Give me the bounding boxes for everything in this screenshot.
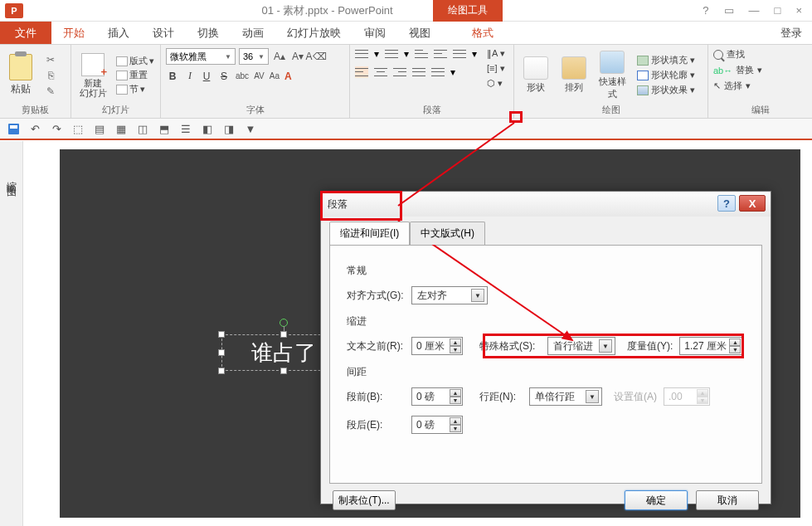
qat-icon[interactable]: ⬚ <box>71 122 85 135</box>
spin-down-icon[interactable]: ▼ <box>450 397 461 404</box>
tab-home[interactable]: 开始 <box>51 22 96 44</box>
resize-handle[interactable] <box>218 368 225 374</box>
qat-icon[interactable]: ⬒ <box>158 122 171 135</box>
shape-effects-button[interactable]: 形状效果 ▾ <box>637 84 695 96</box>
shape-fill-button[interactable]: 形状填充 ▾ <box>637 54 695 66</box>
tab-indent-spacing[interactable]: 缩进和间距(I) <box>329 222 410 245</box>
qat-icon[interactable]: ☰ <box>179 122 192 135</box>
change-case-button[interactable]: Aa <box>270 71 280 80</box>
resize-handle[interactable] <box>280 331 287 338</box>
special-combo[interactable]: 首行缩进▼ <box>547 337 615 355</box>
qat-icon[interactable]: ▦ <box>114 122 128 135</box>
save-button[interactable] <box>7 122 20 135</box>
find-button[interactable]: 查找 <box>713 48 745 61</box>
font-size-combo[interactable]: 36▼ <box>239 48 269 65</box>
tab-file[interactable]: 文件 <box>0 22 51 44</box>
qat-icon[interactable]: ▤ <box>93 122 106 135</box>
line-spacing-combo[interactable]: 单倍行距▼ <box>529 387 602 406</box>
resize-handle[interactable] <box>280 368 287 374</box>
align-text-button[interactable]: [≡] ▾ <box>487 63 505 74</box>
align-right-icon[interactable] <box>393 66 406 78</box>
columns-icon[interactable] <box>431 66 445 78</box>
resize-handle[interactable] <box>218 331 225 338</box>
copy-icon[interactable]: ⎘ <box>43 69 58 82</box>
underline-button[interactable]: U <box>201 71 212 82</box>
decrease-indent-icon[interactable] <box>415 48 428 60</box>
bullets-icon[interactable] <box>355 48 368 60</box>
strikethrough-button[interactable]: abc <box>236 71 249 80</box>
text-before-input[interactable]: 0 厘米▲▼ <box>411 337 463 355</box>
alignment-combo[interactable]: 左对齐▼ <box>411 286 488 304</box>
spin-up-icon[interactable]: ▲ <box>450 338 461 346</box>
tab-animations[interactable]: 动画 <box>231 22 275 44</box>
new-slide-button[interactable]: 新建 幻灯片 <box>76 53 109 98</box>
convert-smartart-button[interactable]: ⬡ ▾ <box>487 78 505 89</box>
align-center-icon[interactable] <box>374 66 387 78</box>
arrange-button[interactable]: 排列 <box>557 56 591 94</box>
section-button[interactable]: 节 ▾ <box>116 83 154 95</box>
decrease-font-icon[interactable]: A▾ <box>290 48 305 65</box>
close-button[interactable]: X <box>739 195 766 212</box>
paste-button[interactable]: 粘贴 <box>5 54 36 96</box>
maximize-icon[interactable]: □ <box>775 4 781 17</box>
cancel-button[interactable]: 取消 <box>696 490 759 510</box>
redo-button[interactable]: ↷ <box>50 122 63 135</box>
text-direction-button[interactable]: ‖A ▾ <box>487 48 505 59</box>
bold-button[interactable]: B <box>166 71 179 82</box>
shapes-button[interactable]: 形状 <box>519 56 552 94</box>
spin-up-icon[interactable]: ▲ <box>729 338 741 346</box>
ok-button[interactable]: 确定 <box>625 490 688 510</box>
font-name-combo[interactable]: 微软雅黑▼ <box>166 48 236 65</box>
qat-icon[interactable]: ◧ <box>201 122 214 135</box>
increase-indent-icon[interactable] <box>434 48 447 60</box>
tab-review[interactable]: 审阅 <box>353 22 397 44</box>
tab-insert[interactable]: 插入 <box>96 22 141 44</box>
numbering-icon[interactable] <box>385 48 398 60</box>
reset-button[interactable]: 重置 <box>116 69 154 81</box>
resize-handle[interactable] <box>218 349 225 356</box>
by-value-input[interactable]: 1.27 厘米▲▼ <box>679 337 742 355</box>
qat-icon[interactable]: ◫ <box>136 122 149 135</box>
shape-outline-button[interactable]: 形状轮廓 ▾ <box>637 69 695 81</box>
line-spacing-icon[interactable] <box>453 48 466 60</box>
shadow-button[interactable]: S <box>217 71 231 82</box>
spin-down-icon[interactable]: ▼ <box>450 346 461 353</box>
tab-view[interactable]: 视图 <box>397 22 442 44</box>
quick-styles-button[interactable]: 快速样式 <box>596 51 629 100</box>
qat-icon[interactable]: ▼ <box>244 122 257 135</box>
spin-up-icon[interactable]: ▲ <box>450 417 461 425</box>
undo-button[interactable]: ↶ <box>28 122 41 135</box>
layout-button[interactable]: 版式 ▾ <box>116 55 154 67</box>
after-input[interactable]: 0 磅▲▼ <box>411 416 463 434</box>
select-button[interactable]: ↖选择 ▾ <box>713 80 751 92</box>
rotate-handle[interactable] <box>280 319 288 327</box>
spin-down-icon[interactable]: ▼ <box>450 425 461 432</box>
justify-icon[interactable] <box>412 66 425 78</box>
help-button[interactable]: ? <box>717 195 736 212</box>
align-left-icon[interactable] <box>355 66 368 78</box>
font-color-button[interactable]: A <box>284 71 292 82</box>
thumbnail-panel-collapsed[interactable]: 缩略图 <box>0 141 23 526</box>
account-signin[interactable]: 登录 <box>771 22 812 44</box>
cut-icon[interactable]: ✂ <box>43 53 58 66</box>
increase-font-icon[interactable]: A▴ <box>272 48 287 65</box>
tab-asian-typography[interactable]: 中文版式(H) <box>410 222 485 245</box>
spin-up-icon[interactable]: ▲ <box>450 389 461 397</box>
tab-design[interactable]: 设计 <box>141 22 186 44</box>
tab-format[interactable]: 格式 <box>460 22 505 44</box>
close-icon[interactable]: × <box>795 4 802 17</box>
format-painter-icon[interactable]: ✎ <box>43 85 58 98</box>
minimize-icon[interactable]: — <box>749 4 760 17</box>
char-spacing-button[interactable]: AV <box>254 71 265 80</box>
before-input[interactable]: 0 磅▲▼ <box>411 387 463 406</box>
spin-down-icon[interactable]: ▼ <box>729 346 741 353</box>
tabs-button[interactable]: 制表位(T)... <box>333 490 396 510</box>
help-icon[interactable]: ? <box>703 4 708 17</box>
tab-slideshow[interactable]: 幻灯片放映 <box>275 22 353 44</box>
italic-button[interactable]: I <box>184 70 196 82</box>
clear-format-icon[interactable]: A⌫ <box>309 48 323 65</box>
dialog-title-bar[interactable]: 段落 ? X <box>321 192 771 217</box>
tab-transitions[interactable]: 切换 <box>186 22 231 44</box>
qat-icon[interactable]: ◨ <box>222 122 236 135</box>
ribbon-display-icon[interactable]: ▭ <box>724 4 734 17</box>
